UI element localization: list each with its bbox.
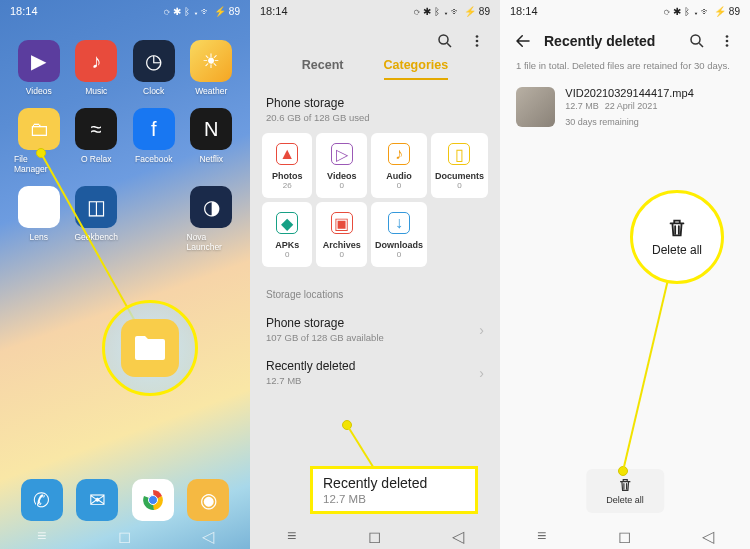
storage-locations-label: Storage locations [250, 275, 500, 308]
cat-downloads[interactable]: ↓Downloads0 [371, 202, 427, 267]
nav-back-icon[interactable]: ◁ [199, 527, 217, 545]
dock-camera-icon[interactable]: ◉ [187, 479, 229, 521]
callout-delete-all: Delete all [630, 190, 724, 284]
wave-icon: ≈ [75, 108, 117, 150]
documents-icon: ▯ [448, 143, 470, 165]
svg-point-10 [691, 35, 700, 44]
cat-documents[interactable]: ▯Documents0 [431, 133, 488, 198]
svg-point-4 [439, 35, 448, 44]
app-nova-launcher[interactable]: ◑Nova Launcher [187, 186, 237, 252]
svg-point-8 [476, 44, 479, 47]
nav-recents-icon[interactable]: ≡ [283, 527, 301, 545]
svg-point-14 [726, 44, 729, 47]
video-thumbnail [516, 87, 555, 127]
nav-bar: ≡ ◻ ◁ [500, 523, 750, 549]
search-icon[interactable] [436, 32, 454, 50]
svg-line-15 [623, 254, 674, 471]
dock-messages-icon[interactable]: ✉ [76, 479, 118, 521]
row-recently-deleted[interactable]: Recently deleted 12.7 MB › [250, 351, 500, 394]
search-icon[interactable] [688, 32, 706, 50]
app-music[interactable]: ♪Music [72, 40, 122, 96]
cat-audio[interactable]: ♪Audio0 [371, 133, 427, 198]
nav-back-icon[interactable]: ◁ [449, 527, 467, 545]
phone-file-manager: 18:14 ⟳ ✱ ᛒ ▾ ᯤ ⚡ 89 Recent Categories P… [250, 0, 500, 549]
folder-icon [133, 334, 167, 362]
status-time: 18:14 [510, 5, 538, 17]
storage-title: Phone storage [250, 88, 500, 112]
back-arrow-icon[interactable] [514, 32, 532, 50]
item-size: 12.7 MB [565, 101, 599, 111]
more-icon[interactable] [718, 32, 736, 50]
tab-recent[interactable]: Recent [302, 58, 344, 80]
weather-icon: ☀ [190, 40, 232, 82]
storage-sub: 20.6 GB of 128 GB used [250, 112, 500, 133]
callout-dot [342, 420, 352, 430]
tab-categories[interactable]: Categories [384, 58, 449, 80]
dock-phone-icon[interactable]: ✆ [21, 479, 63, 521]
clock-icon: ◷ [133, 40, 175, 82]
more-icon[interactable] [468, 32, 486, 50]
nav-bar: ≡ ◻ ◁ [250, 523, 500, 549]
cat-archives[interactable]: ▣Archives0 [316, 202, 366, 267]
app-netflix[interactable]: NNetflix [187, 108, 237, 174]
nav-recents-icon[interactable]: ≡ [533, 527, 551, 545]
item-remaining: 30 days remaining [565, 117, 639, 127]
callout-recently-deleted: Recently deleted 12.7 MB [310, 466, 478, 514]
svg-line-11 [699, 43, 703, 47]
nav-home-icon[interactable]: ◻ [366, 527, 384, 545]
lens-icon: ◎ [18, 186, 60, 228]
svg-point-2 [148, 496, 157, 505]
audio-icon: ♪ [388, 143, 410, 165]
cat-videos[interactable]: ▷Videos0 [316, 133, 366, 198]
music-icon: ♪ [75, 40, 117, 82]
netflix-icon: N [190, 108, 232, 150]
apks-icon: ◆ [276, 212, 298, 234]
nav-home-icon[interactable]: ◻ [116, 527, 134, 545]
app-videos[interactable]: ▶Videos [14, 40, 64, 96]
fm-header [250, 22, 500, 54]
folder-icon: 🗀 [18, 108, 60, 150]
svg-point-12 [726, 35, 729, 38]
item-date: 22 April 2021 [605, 101, 658, 111]
app-weather[interactable]: ☀Weather [187, 40, 237, 96]
facebook-icon: f [133, 108, 175, 150]
svg-point-13 [726, 40, 729, 43]
nav-back-icon[interactable]: ◁ [699, 527, 717, 545]
fm-tabs: Recent Categories [250, 54, 500, 88]
row-phone-storage[interactable]: Phone storage 107 GB of 128 GB available… [250, 308, 500, 351]
nav-recents-icon[interactable]: ≡ [33, 527, 51, 545]
nova-icon: ◑ [190, 186, 232, 228]
status-bar: 18:14 ⟳ ✱ ᛒ ▾ ᯤ ⚡ 89 [250, 0, 500, 22]
status-time: 18:14 [10, 5, 38, 17]
app-file-manager[interactable]: 🗀File Manager [14, 108, 64, 174]
app-orelax[interactable]: ≈O Relax [72, 108, 122, 174]
status-bar: 18:14 ⟳ ✱ ᛒ ▾ ᯤ ⚡ 89 [500, 0, 750, 22]
callout-dot [36, 148, 46, 158]
callout-dot [618, 466, 628, 476]
cat-photos[interactable]: ▲Photos26 [262, 133, 312, 198]
status-icons: ⟳ ✱ ᛒ ▾ ᯤ ⚡ 89 [664, 6, 740, 17]
cat-apks[interactable]: ◆APKs0 [262, 202, 312, 267]
play-icon: ▶ [18, 40, 60, 82]
delete-all-button[interactable]: Delete all [586, 469, 664, 513]
phone-recently-deleted: 18:14 ⟳ ✱ ᛒ ▾ ᯤ ⚡ 89 Recently deleted 1 … [500, 0, 750, 549]
item-name: VID20210329144417.mp4 [565, 87, 734, 99]
app-facebook[interactable]: fFacebook [129, 108, 179, 174]
downloads-icon: ↓ [388, 212, 410, 234]
chevron-right-icon: › [479, 365, 484, 381]
phone-home-screen: 18:14 ⟳ ✱ ᛒ ▾ ᯤ ⚡ 89 ▶Videos ♪Music ◷Clo… [0, 0, 250, 549]
videos-icon: ▷ [331, 143, 353, 165]
chevron-right-icon: › [479, 322, 484, 338]
status-icons: ⟳ ✱ ᛒ ▾ ᯤ ⚡ 89 [414, 6, 490, 17]
nav-bar: ≡ ◻ ◁ [0, 523, 250, 549]
dock-chrome-icon[interactable] [132, 479, 174, 521]
svg-point-6 [476, 35, 479, 38]
app-lens[interactable]: ◎Lens [14, 186, 64, 252]
status-icons: ⟳ ✱ ᛒ ▾ ᯤ ⚡ 89 [164, 6, 240, 17]
geekbench-icon: ◫ [75, 186, 117, 228]
app-geekbench[interactable]: ◫Geekbench [72, 186, 122, 252]
app-clock[interactable]: ◷Clock [129, 40, 179, 96]
info-text: 1 file in total. Deleted files are retai… [500, 56, 750, 83]
deleted-item[interactable]: VID20210329144417.mp4 12.7 MB 22 April 2… [500, 83, 750, 131]
nav-home-icon[interactable]: ◻ [616, 527, 634, 545]
